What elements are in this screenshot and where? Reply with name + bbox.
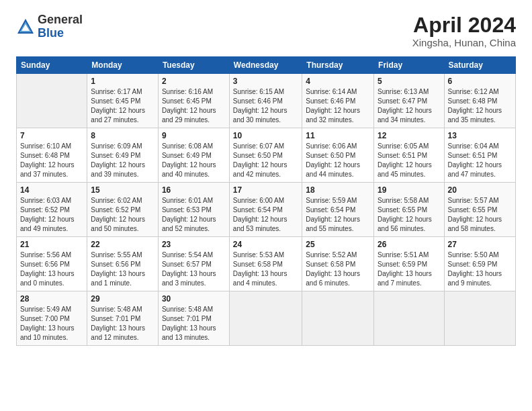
calendar-cell: 15Sunrise: 6:02 AMSunset: 6:52 PMDayligh…: [87, 183, 159, 237]
day-number: 30: [162, 294, 226, 304]
day-info: Sunrise: 6:01 AMSunset: 6:53 PMDaylight:…: [162, 196, 226, 234]
weekday-header: Friday: [374, 57, 444, 74]
day-number: 3: [233, 77, 298, 86]
calendar-cell: 21Sunrise: 5:56 AMSunset: 6:56 PMDayligh…: [17, 237, 87, 291]
day-info: Sunrise: 5:55 AMSunset: 6:56 PMDaylight:…: [91, 250, 154, 288]
calendar-cell: [444, 291, 515, 346]
day-info: Sunrise: 5:50 AMSunset: 6:59 PMDaylight:…: [448, 250, 512, 288]
day-number: 13: [448, 131, 512, 140]
day-info: Sunrise: 5:56 AMSunset: 6:56 PMDaylight:…: [20, 250, 83, 288]
calendar-cell: 17Sunrise: 6:00 AMSunset: 6:54 PMDayligh…: [229, 183, 302, 237]
calendar-title: April 2024: [412, 13, 516, 37]
weekday-header: Wednesday: [229, 57, 302, 74]
day-info: Sunrise: 6:07 AMSunset: 6:50 PMDaylight:…: [233, 142, 298, 179]
calendar-cell: 3Sunrise: 6:15 AMSunset: 6:46 PMDaylight…: [229, 74, 302, 128]
day-number: 20: [448, 185, 512, 195]
day-info: Sunrise: 5:48 AMSunset: 7:01 PMDaylight:…: [162, 305, 226, 342]
day-number: 7: [20, 131, 83, 140]
day-info: Sunrise: 5:48 AMSunset: 7:01 PMDaylight:…: [91, 305, 154, 342]
calendar-cell: 22Sunrise: 5:55 AMSunset: 6:56 PMDayligh…: [87, 237, 159, 291]
day-number: 4: [306, 77, 370, 86]
day-info: Sunrise: 6:09 AMSunset: 6:49 PMDaylight:…: [91, 142, 154, 179]
page: General Blue April 2024 Xingsha, Hunan, …: [0, 0, 532, 357]
calendar-cell: 29Sunrise: 5:48 AMSunset: 7:01 PMDayligh…: [87, 291, 159, 346]
day-number: 10: [233, 131, 298, 140]
day-number: 27: [448, 240, 512, 249]
calendar-cell: 14Sunrise: 6:03 AMSunset: 6:52 PMDayligh…: [17, 183, 87, 237]
day-info: Sunrise: 6:00 AMSunset: 6:54 PMDaylight:…: [233, 196, 298, 234]
day-number: 11: [306, 131, 370, 140]
calendar-subtitle: Xingsha, Hunan, China: [412, 37, 516, 48]
day-info: Sunrise: 5:57 AMSunset: 6:55 PMDaylight:…: [448, 196, 512, 234]
day-info: Sunrise: 6:13 AMSunset: 6:47 PMDaylight:…: [378, 87, 440, 125]
day-info: Sunrise: 6:08 AMSunset: 6:49 PMDaylight:…: [162, 142, 226, 179]
calendar-cell: 11Sunrise: 6:06 AMSunset: 6:50 PMDayligh…: [302, 128, 374, 183]
day-info: Sunrise: 5:58 AMSunset: 6:55 PMDaylight:…: [378, 196, 440, 234]
day-number: 15: [91, 185, 154, 195]
weekday-header: Tuesday: [158, 57, 229, 74]
day-number: 22: [91, 240, 154, 249]
calendar-header: SundayMondayTuesdayWednesdayThursdayFrid…: [17, 57, 516, 74]
day-number: 17: [233, 185, 298, 195]
calendar-cell: [229, 291, 302, 346]
day-number: 23: [162, 240, 226, 249]
day-number: 6: [448, 77, 512, 86]
title-block: April 2024 Xingsha, Hunan, China: [412, 13, 516, 48]
calendar-cell: 25Sunrise: 5:52 AMSunset: 6:58 PMDayligh…: [302, 237, 374, 291]
weekday-header: Saturday: [444, 57, 515, 74]
day-number: 21: [20, 240, 83, 249]
weekday-header: Monday: [87, 57, 159, 74]
calendar-cell: 20Sunrise: 5:57 AMSunset: 6:55 PMDayligh…: [444, 183, 515, 237]
logo-text: General Blue: [38, 13, 83, 40]
day-number: 16: [162, 185, 226, 195]
calendar-cell: 1Sunrise: 6:17 AMSunset: 6:45 PMDaylight…: [87, 74, 159, 128]
day-info: Sunrise: 6:04 AMSunset: 6:51 PMDaylight:…: [448, 142, 512, 179]
calendar-cell: 24Sunrise: 5:53 AMSunset: 6:58 PMDayligh…: [229, 237, 302, 291]
day-number: 1: [91, 77, 154, 86]
calendar-cell: 18Sunrise: 5:59 AMSunset: 6:54 PMDayligh…: [302, 183, 374, 237]
day-info: Sunrise: 6:02 AMSunset: 6:52 PMDaylight:…: [91, 196, 154, 234]
calendar-cell: 10Sunrise: 6:07 AMSunset: 6:50 PMDayligh…: [229, 128, 302, 183]
calendar-cell: 23Sunrise: 5:54 AMSunset: 6:57 PMDayligh…: [158, 237, 229, 291]
day-number: 14: [20, 185, 83, 195]
logo-blue-text: Blue: [38, 27, 83, 40]
logo: General Blue: [16, 13, 83, 40]
calendar-cell: [302, 291, 374, 346]
day-number: 18: [306, 185, 370, 195]
calendar-week-row: 1Sunrise: 6:17 AMSunset: 6:45 PMDaylight…: [17, 74, 516, 128]
day-info: Sunrise: 6:16 AMSunset: 6:45 PMDaylight:…: [162, 87, 226, 125]
calendar-cell: 5Sunrise: 6:13 AMSunset: 6:47 PMDaylight…: [374, 74, 444, 128]
day-info: Sunrise: 6:10 AMSunset: 6:48 PMDaylight:…: [20, 142, 83, 179]
calendar-cell: 4Sunrise: 6:14 AMSunset: 6:46 PMDaylight…: [302, 74, 374, 128]
day-info: Sunrise: 6:03 AMSunset: 6:52 PMDaylight:…: [20, 196, 83, 234]
calendar-cell: [374, 291, 444, 346]
logo-general-text: General: [38, 13, 83, 27]
day-info: Sunrise: 5:59 AMSunset: 6:54 PMDaylight:…: [306, 196, 370, 234]
day-number: 8: [91, 131, 154, 140]
day-number: 19: [378, 185, 440, 195]
calendar-cell: 7Sunrise: 6:10 AMSunset: 6:48 PMDaylight…: [17, 128, 87, 183]
day-number: 25: [306, 240, 370, 249]
day-info: Sunrise: 6:12 AMSunset: 6:48 PMDaylight:…: [448, 87, 512, 125]
day-number: 24: [233, 240, 298, 249]
calendar-week-row: 28Sunrise: 5:49 AMSunset: 7:00 PMDayligh…: [17, 291, 516, 346]
calendar-week-row: 14Sunrise: 6:03 AMSunset: 6:52 PMDayligh…: [17, 183, 516, 237]
calendar-cell: 26Sunrise: 5:51 AMSunset: 6:59 PMDayligh…: [374, 237, 444, 291]
day-number: 29: [91, 294, 154, 304]
day-number: 5: [378, 77, 440, 86]
calendar-table: SundayMondayTuesdayWednesdayThursdayFrid…: [16, 56, 516, 346]
weekday-row: SundayMondayTuesdayWednesdayThursdayFrid…: [17, 57, 516, 74]
day-number: 9: [162, 131, 226, 140]
calendar-cell: 30Sunrise: 5:48 AMSunset: 7:01 PMDayligh…: [158, 291, 229, 346]
day-info: Sunrise: 5:53 AMSunset: 6:58 PMDaylight:…: [233, 250, 298, 288]
day-info: Sunrise: 6:15 AMSunset: 6:46 PMDaylight:…: [233, 87, 298, 125]
calendar-cell: 13Sunrise: 6:04 AMSunset: 6:51 PMDayligh…: [444, 128, 515, 183]
day-info: Sunrise: 5:51 AMSunset: 6:59 PMDaylight:…: [378, 250, 440, 288]
logo-icon: [16, 17, 35, 36]
calendar-cell: 27Sunrise: 5:50 AMSunset: 6:59 PMDayligh…: [444, 237, 515, 291]
calendar-cell: 9Sunrise: 6:08 AMSunset: 6:49 PMDaylight…: [158, 128, 229, 183]
weekday-header: Thursday: [302, 57, 374, 74]
calendar-cell: [17, 74, 87, 128]
day-info: Sunrise: 5:54 AMSunset: 6:57 PMDaylight:…: [162, 250, 226, 288]
day-number: 12: [378, 131, 440, 140]
